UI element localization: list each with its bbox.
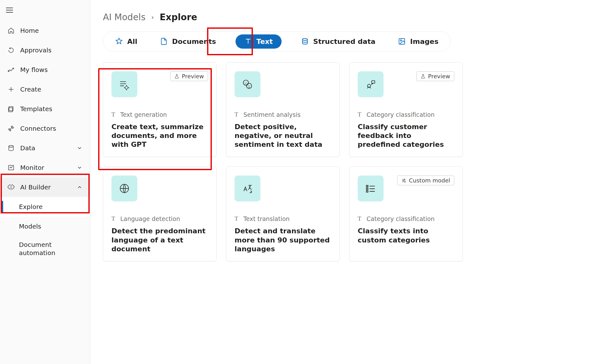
sidebar-sub-models[interactable]: Models <box>0 217 90 236</box>
star-icon <box>115 38 123 45</box>
preview-badge: Preview <box>170 71 208 81</box>
breadcrumb-parent[interactable]: AI Models <box>103 12 146 22</box>
chevron-down-icon <box>77 145 82 151</box>
sidebar-sub-label: Document automation <box>19 241 90 257</box>
card-category: T Category classification <box>358 215 454 222</box>
text-icon <box>244 38 252 45</box>
sliders-icon <box>401 178 406 183</box>
model-card-category-classification[interactable]: Preview T Category classification Classi… <box>349 62 463 157</box>
sidebar-item-label: Approvals <box>20 46 51 54</box>
flask-icon <box>174 74 179 79</box>
filter-bar: All Documents Text Structured data <box>103 31 451 51</box>
main-content: AI Models › Explore All Documents <box>90 0 608 364</box>
filter-images[interactable]: Images <box>395 36 442 47</box>
sidebar-nav: Home Approvals My flows Create Templates <box>0 21 90 261</box>
preview-badge: Preview <box>416 71 454 81</box>
card-title: Detect positive, negative, or neutral se… <box>235 122 331 149</box>
filter-label: Documents <box>172 38 216 45</box>
badge-label: Preview <box>428 73 450 80</box>
custom-model-badge: Custom model <box>397 176 454 185</box>
text-type-icon: T <box>358 111 363 118</box>
text-type-icon: T <box>235 215 240 222</box>
sentiment-icon <box>235 71 260 97</box>
text-type-icon: T <box>111 215 116 222</box>
model-card-sentiment-analysis[interactable]: T Sentiment analysis Detect positive, ne… <box>226 62 340 157</box>
filter-label: Text <box>256 38 273 45</box>
feedback-icon <box>358 71 384 97</box>
card-category-label: Category classification <box>367 111 435 118</box>
svg-rect-12 <box>372 81 375 83</box>
filter-label: All <box>127 38 137 45</box>
svg-point-6 <box>302 39 307 40</box>
sidebar-item-label: Connectors <box>20 125 56 132</box>
list-icon <box>358 176 384 201</box>
flask-icon <box>420 74 426 79</box>
sidebar-sub-label: Models <box>19 223 41 230</box>
sidebar-sub-document-automation[interactable]: Document automation <box>0 236 90 261</box>
sidebar-item-myflows[interactable]: My flows <box>0 60 90 80</box>
card-title: Create text, summarize documents, and mo… <box>111 122 208 149</box>
sidebar-item-label: AI Builder <box>20 183 51 191</box>
svg-point-17 <box>404 179 405 180</box>
sidebar-item-create[interactable]: Create <box>0 80 90 99</box>
text-type-icon: T <box>235 111 240 118</box>
connectors-icon <box>8 125 15 132</box>
image-icon <box>398 38 406 45</box>
chevron-down-icon <box>77 165 82 170</box>
sparkle-lines-icon <box>111 71 137 97</box>
chevron-up-icon <box>77 184 82 190</box>
svg-point-10 <box>247 83 252 89</box>
card-category: T Sentiment analysis <box>235 111 331 118</box>
sidebar-item-label: Create <box>20 86 41 93</box>
hamburger-menu-button[interactable] <box>0 3 19 18</box>
sidebar-item-connectors[interactable]: Connectors <box>0 119 90 138</box>
card-category: T Language detection <box>111 215 208 222</box>
svg-rect-1 <box>13 68 14 69</box>
card-category-label: Category classification <box>367 215 435 222</box>
filter-all[interactable]: All <box>112 36 140 47</box>
sidebar-item-templates[interactable]: Templates <box>0 99 90 119</box>
card-category-label: Language detection <box>120 215 180 222</box>
sidebar-item-label: My flows <box>20 66 48 74</box>
breadcrumb: AI Models › Explore <box>103 12 597 22</box>
sidebar-item-monitor[interactable]: Monitor <box>0 158 90 177</box>
filter-label: Structured data <box>313 38 375 45</box>
card-category-label: Text generation <box>120 111 167 118</box>
hamburger-icon <box>6 10 13 10</box>
model-card-custom-category[interactable]: Custom model T Category classification C… <box>349 166 463 261</box>
text-type-icon: T <box>111 111 116 118</box>
model-card-text-translation[interactable]: T Text translation Detect and translate … <box>226 166 340 261</box>
card-category: T Category classification <box>358 111 454 118</box>
translate-icon <box>235 176 260 201</box>
document-icon <box>160 38 168 45</box>
chevron-right-icon: › <box>151 13 154 21</box>
home-icon <box>8 27 15 34</box>
svg-point-9 <box>243 80 249 86</box>
text-type-icon: T <box>358 215 363 222</box>
sidebar-item-home[interactable]: Home <box>0 21 90 40</box>
database-icon <box>301 38 309 45</box>
card-title: Classify texts into custom categories <box>358 227 454 244</box>
sidebar-item-aibuilder[interactable]: AI Builder <box>0 177 90 197</box>
card-title: Detect the predominant language of a tex… <box>111 227 208 253</box>
card-title: Detect and translate more than 90 suppor… <box>235 227 331 253</box>
card-category: T Text generation <box>111 111 208 118</box>
sidebar-item-approvals[interactable]: Approvals <box>0 40 90 60</box>
flows-icon <box>8 66 15 73</box>
sidebar: Home Approvals My flows Create Templates <box>0 0 90 364</box>
card-category-label: Text translation <box>243 215 290 222</box>
model-card-language-detection[interactable]: T Language detection Detect the predomin… <box>103 166 217 261</box>
filter-documents[interactable]: Documents <box>157 36 219 47</box>
card-grid: Preview T Text generation Create text, s… <box>103 62 597 261</box>
filter-structured-data[interactable]: Structured data <box>298 36 379 47</box>
sidebar-sub-explore[interactable]: Explore <box>0 197 90 217</box>
badge-label: Custom model <box>409 177 450 184</box>
svg-point-4 <box>9 146 14 147</box>
brain-icon <box>8 184 15 191</box>
sidebar-item-data[interactable]: Data <box>0 138 90 158</box>
plus-icon <box>8 86 15 93</box>
model-card-text-generation[interactable]: Preview T Text generation Create text, s… <box>103 62 217 157</box>
filter-text[interactable]: Text <box>235 34 282 49</box>
breadcrumb-current: Explore <box>160 12 197 22</box>
sidebar-item-label: Home <box>20 27 39 34</box>
